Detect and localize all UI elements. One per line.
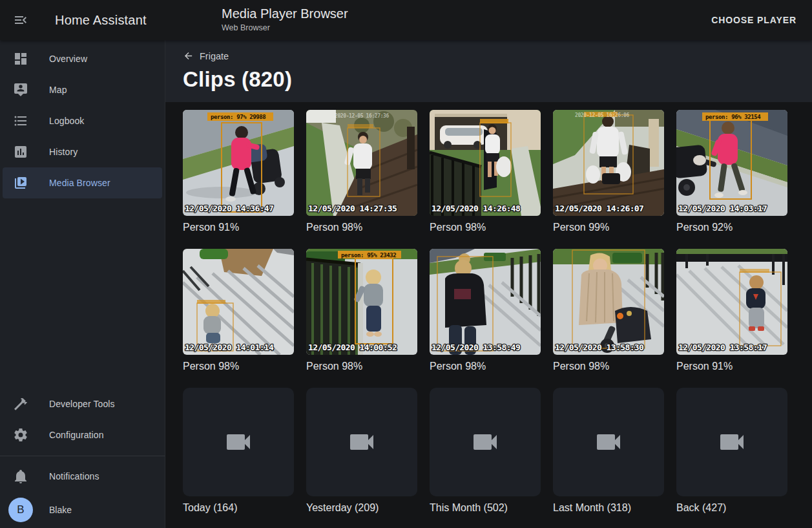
sidebar-item-label: Configuration (49, 430, 104, 440)
breadcrumb-back-frigate[interactable]: Frigate (183, 50, 229, 61)
clip-card[interactable]: 2020-12-05 16:27:36 12/05/2020 14:27:35 … (306, 110, 417, 233)
camera-timestamp: 12/05/2020 14:27:35 (308, 204, 397, 213)
media-browser-main: Frigate Clips (820) (165, 40, 812, 528)
top-app-bar: Home Assistant Media Player Browser Web … (0, 0, 812, 40)
sidebar-item-logbook[interactable]: Logbook (0, 105, 165, 136)
bell-icon (13, 469, 28, 484)
clip-card[interactable]: 2020-12-05 16:26:06 12/05/2020 14:26:07 … (553, 110, 664, 233)
sidebar-item-label: Map (49, 85, 67, 95)
app-title: Home Assistant (55, 13, 147, 28)
home-assistant-app: Home Assistant Media Player Browser Web … (0, 0, 812, 528)
sidebar-item-map[interactable]: Map (0, 74, 165, 105)
folder-label: This Month (502) (430, 502, 541, 514)
page-title: Media Player Browser (222, 6, 348, 21)
page-title-block: Media Player Browser Web Browser (222, 6, 348, 32)
camera-timestamp: 12/05/2020 13:58:30 (555, 343, 644, 352)
folder-thumbnail (553, 388, 664, 496)
sidebar-item-label: Overview (49, 54, 87, 64)
sidebar-item-user[interactable]: B Blake (0, 492, 165, 528)
view-dashboard-icon (13, 51, 28, 67)
sidebar: Overview Map Logbook History Media Brows… (0, 40, 165, 528)
video-icon (470, 427, 501, 458)
arrow-left-icon (183, 50, 194, 61)
sidebar-item-history[interactable]: History (0, 136, 165, 167)
clip-label: Person 98% (306, 361, 417, 372)
folder-label: Today (164) (183, 502, 294, 514)
video-icon (716, 427, 747, 458)
clip-thumbnail: 2020-12-05 16:27:36 12/05/2020 14:27:35 (306, 110, 417, 216)
gear-icon (13, 427, 28, 443)
user-name: Blake (49, 505, 72, 515)
clip-thumbnail: person: 96% 32154 12/05/2020 14:03:17 (676, 110, 787, 216)
sidebar-toggle-button[interactable] (13, 12, 28, 28)
detection-label: person: 95% 23432 (341, 252, 396, 259)
page-subtitle: Web Browser (222, 23, 348, 32)
video-icon (223, 427, 254, 458)
camera-timestamp: 12/05/2020 14:01:14 (185, 343, 274, 352)
clip-thumbnail: 2020-12-05 16:26:06 12/05/2020 14:26:07 (553, 110, 664, 216)
folder-card-yesterday[interactable]: Yesterday (209) (306, 388, 417, 514)
clip-thumbnail: 12/05/2020 14:01:14 (183, 249, 294, 355)
folder-label: Last Month (318) (553, 502, 664, 514)
page-heading: Clips (820) (183, 67, 812, 92)
clip-label: Person 99% (553, 222, 664, 233)
folder-card-back[interactable]: Back (427) (676, 388, 787, 514)
sidebar-item-configuration[interactable]: Configuration (0, 419, 165, 450)
video-icon (593, 427, 624, 458)
camera-timestamp: 12/05/2020 14:00:52 (308, 343, 397, 352)
detection-label: person: 96% 32154 (705, 114, 761, 120)
camera-timestamp: 12/05/2020 14:03:17 (678, 204, 767, 213)
clip-thumbnail: 12/05/2020 13:58:30 (553, 249, 664, 355)
sidebar-item-notifications[interactable]: Notifications (0, 461, 165, 492)
sidebar-item-overview[interactable]: Overview (0, 43, 165, 74)
hammer-icon (13, 396, 28, 412)
folder-card-last-month[interactable]: Last Month (318) (553, 388, 664, 514)
clip-card[interactable]: 12/05/2020 13:58:49 Person 98% (430, 249, 541, 372)
clip-card[interactable]: person: 97% 29988 12/05/2020 14:36:47 Pe… (183, 110, 294, 233)
clip-label: Person 98% (430, 361, 541, 372)
folder-thumbnail (676, 388, 787, 496)
clip-thumbnail: 12/05/2020 13:58:49 (430, 249, 541, 355)
clip-card[interactable]: 12/05/2020 14:26:48 Person 98% (430, 110, 541, 233)
clip-label: Person 98% (553, 361, 664, 372)
play-box-multiple-icon (13, 175, 28, 191)
detection-label: person: 97% 29988 (211, 114, 265, 120)
menu-open-icon (13, 12, 28, 28)
sidebar-item-developer-tools[interactable]: Developer Tools (0, 388, 165, 419)
camera-timestamp: 12/05/2020 14:26:48 (432, 204, 521, 213)
folder-card-this-month[interactable]: This Month (502) (430, 388, 541, 514)
choose-player-button[interactable]: CHOOSE PLAYER (706, 0, 802, 40)
sidebar-item-label: History (49, 147, 78, 157)
account-tooltip-icon (13, 82, 28, 98)
video-icon (346, 427, 377, 458)
chart-box-icon (13, 144, 28, 160)
clip-card[interactable]: person: 96% 32154 12/05/2020 14:03:17 Pe… (676, 110, 787, 233)
osd-timestamp: 2020-12-05 16:26:06 (575, 112, 629, 118)
clip-label: Person 92% (676, 222, 787, 233)
folder-label: Yesterday (209) (306, 502, 417, 514)
sidebar-item-label: Notifications (49, 471, 99, 481)
avatar: B (8, 498, 33, 522)
folder-thumbnail (430, 388, 541, 496)
sidebar-item-label: Developer Tools (49, 399, 115, 409)
clip-thumbnail: 12/05/2020 13:58:17 (676, 249, 787, 355)
osd-timestamp: 2020-12-05 16:27:36 (335, 113, 389, 119)
sidebar-item-media-browser[interactable]: Media Browser (3, 167, 162, 198)
content-header: Frigate Clips (820) (165, 40, 812, 102)
breadcrumb-label: Frigate (200, 51, 229, 61)
clip-label: Person 91% (676, 361, 787, 372)
clip-label: Person 98% (306, 222, 417, 233)
clip-card[interactable]: 12/05/2020 14:01:14 Person 98% (183, 249, 294, 372)
clip-thumbnail: person: 97% 29988 12/05/2020 14:36:47 (183, 110, 294, 216)
clip-card[interactable]: person: 95% 23432 12/05/2020 14:00:52 Pe… (306, 249, 417, 372)
folder-label: Back (427) (676, 502, 787, 514)
clip-thumbnail: 12/05/2020 14:26:48 (430, 110, 541, 216)
camera-timestamp: 12/05/2020 13:58:49 (432, 343, 520, 352)
folder-card-today[interactable]: Today (164) (183, 388, 294, 514)
sidebar-spacer (0, 198, 165, 388)
clip-label: Person 91% (183, 222, 294, 233)
clip-card[interactable]: 12/05/2020 13:58:30 Person 98% (553, 249, 664, 372)
clip-label: Person 98% (430, 222, 541, 233)
clip-card[interactable]: 12/05/2020 13:58:17 Person 91% (676, 249, 787, 372)
sidebar-item-label: Logbook (49, 116, 84, 126)
